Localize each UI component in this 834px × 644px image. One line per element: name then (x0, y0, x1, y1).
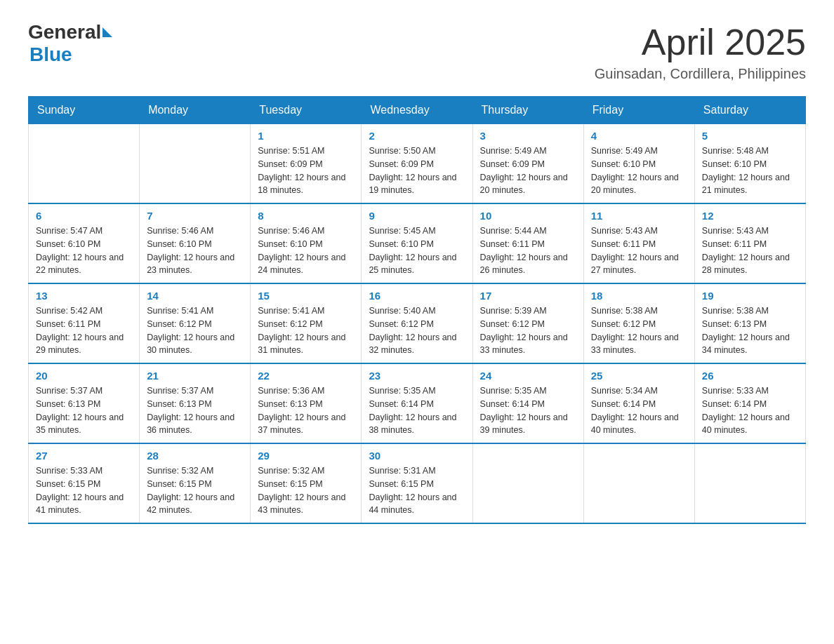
day-info: Sunrise: 5:38 AMSunset: 6:12 PMDaylight:… (591, 304, 687, 357)
day-number: 13 (36, 290, 132, 302)
day-info: Sunrise: 5:51 AMSunset: 6:09 PMDaylight:… (258, 145, 354, 197)
day-number: 8 (258, 210, 354, 222)
day-info: Sunrise: 5:31 AMSunset: 6:15 PMDaylight:… (369, 464, 465, 517)
day-number: 29 (258, 450, 354, 462)
day-info: Sunrise: 5:39 AMSunset: 6:12 PMDaylight:… (480, 304, 576, 357)
day-number: 25 (591, 370, 687, 382)
month-title: April 2025 (595, 21, 806, 63)
calendar-week-3: 13Sunrise: 5:42 AMSunset: 6:11 PMDayligh… (29, 283, 806, 363)
calendar-cell: 19Sunrise: 5:38 AMSunset: 6:13 PMDayligh… (694, 283, 805, 363)
day-info: Sunrise: 5:38 AMSunset: 6:13 PMDaylight:… (702, 304, 798, 357)
location-text: Guinsadan, Cordillera, Philippines (595, 66, 806, 82)
day-info: Sunrise: 5:45 AMSunset: 6:10 PMDaylight:… (369, 224, 465, 277)
calendar-cell: 9Sunrise: 5:45 AMSunset: 6:10 PMDaylight… (362, 203, 472, 283)
weekday-header-friday: Friday (583, 97, 694, 124)
calendar-cell: 10Sunrise: 5:44 AMSunset: 6:11 PMDayligh… (472, 203, 583, 283)
day-number: 7 (147, 210, 243, 222)
day-number: 30 (369, 450, 465, 462)
calendar-cell (694, 443, 805, 523)
day-number: 6 (36, 210, 132, 222)
title-section: April 2025 Guinsadan, Cordillera, Philip… (595, 21, 806, 82)
day-number: 23 (369, 370, 465, 382)
calendar-cell: 3Sunrise: 5:49 AMSunset: 6:09 PMDaylight… (472, 124, 583, 204)
calendar-cell: 12Sunrise: 5:43 AMSunset: 6:11 PMDayligh… (694, 203, 805, 283)
day-info: Sunrise: 5:42 AMSunset: 6:11 PMDaylight:… (36, 304, 132, 357)
day-info: Sunrise: 5:50 AMSunset: 6:09 PMDaylight:… (369, 145, 465, 197)
day-number: 28 (147, 450, 243, 462)
day-info: Sunrise: 5:34 AMSunset: 6:14 PMDaylight:… (591, 384, 687, 437)
day-info: Sunrise: 5:41 AMSunset: 6:12 PMDaylight:… (258, 304, 354, 357)
weekday-header-wednesday: Wednesday (362, 97, 472, 124)
day-number: 3 (480, 130, 576, 142)
logo-blue-text: Blue (29, 43, 72, 65)
day-number: 15 (258, 290, 354, 302)
day-number: 24 (480, 370, 576, 382)
calendar-cell (29, 124, 140, 204)
calendar-cell: 28Sunrise: 5:32 AMSunset: 6:15 PMDayligh… (140, 443, 251, 523)
day-info: Sunrise: 5:36 AMSunset: 6:13 PMDaylight:… (258, 384, 354, 437)
page-header: General Blue April 2025 Guinsadan, Cordi… (28, 21, 806, 82)
calendar-cell (472, 443, 583, 523)
calendar-week-4: 20Sunrise: 5:37 AMSunset: 6:13 PMDayligh… (29, 363, 806, 443)
weekday-header-saturday: Saturday (694, 97, 805, 124)
day-number: 14 (147, 290, 243, 302)
calendar-week-1: 1Sunrise: 5:51 AMSunset: 6:09 PMDaylight… (29, 124, 806, 204)
day-number: 5 (702, 130, 798, 142)
weekday-header-tuesday: Tuesday (251, 97, 362, 124)
day-info: Sunrise: 5:35 AMSunset: 6:14 PMDaylight:… (480, 384, 576, 437)
calendar-cell: 13Sunrise: 5:42 AMSunset: 6:11 PMDayligh… (29, 283, 140, 363)
day-number: 18 (591, 290, 687, 302)
day-number: 27 (36, 450, 132, 462)
calendar-cell: 6Sunrise: 5:47 AMSunset: 6:10 PMDaylight… (29, 203, 140, 283)
day-number: 19 (702, 290, 798, 302)
calendar-cell: 20Sunrise: 5:37 AMSunset: 6:13 PMDayligh… (29, 363, 140, 443)
day-info: Sunrise: 5:37 AMSunset: 6:13 PMDaylight:… (36, 384, 132, 437)
day-number: 2 (369, 130, 465, 142)
calendar-cell: 1Sunrise: 5:51 AMSunset: 6:09 PMDaylight… (251, 124, 362, 204)
day-number: 4 (591, 130, 687, 142)
logo-general-text: General (28, 21, 101, 43)
calendar-cell: 22Sunrise: 5:36 AMSunset: 6:13 PMDayligh… (251, 363, 362, 443)
calendar-cell: 27Sunrise: 5:33 AMSunset: 6:15 PMDayligh… (29, 443, 140, 523)
calendar-cell: 16Sunrise: 5:40 AMSunset: 6:12 PMDayligh… (362, 283, 472, 363)
day-info: Sunrise: 5:49 AMSunset: 6:09 PMDaylight:… (480, 145, 576, 197)
day-info: Sunrise: 5:43 AMSunset: 6:11 PMDaylight:… (702, 224, 798, 277)
day-info: Sunrise: 5:49 AMSunset: 6:10 PMDaylight:… (591, 145, 687, 197)
calendar-cell: 17Sunrise: 5:39 AMSunset: 6:12 PMDayligh… (472, 283, 583, 363)
day-info: Sunrise: 5:41 AMSunset: 6:12 PMDaylight:… (147, 304, 243, 357)
day-number: 10 (480, 210, 576, 222)
day-info: Sunrise: 5:44 AMSunset: 6:11 PMDaylight:… (480, 224, 576, 277)
day-info: Sunrise: 5:33 AMSunset: 6:14 PMDaylight:… (702, 384, 798, 437)
weekday-header-thursday: Thursday (472, 97, 583, 124)
day-number: 20 (36, 370, 132, 382)
calendar-cell: 24Sunrise: 5:35 AMSunset: 6:14 PMDayligh… (472, 363, 583, 443)
day-info: Sunrise: 5:35 AMSunset: 6:14 PMDaylight:… (369, 384, 465, 437)
calendar-cell: 14Sunrise: 5:41 AMSunset: 6:12 PMDayligh… (140, 283, 251, 363)
calendar-cell (140, 124, 251, 204)
day-info: Sunrise: 5:46 AMSunset: 6:10 PMDaylight:… (258, 224, 354, 277)
day-number: 12 (702, 210, 798, 222)
calendar-cell: 15Sunrise: 5:41 AMSunset: 6:12 PMDayligh… (251, 283, 362, 363)
calendar-cell: 25Sunrise: 5:34 AMSunset: 6:14 PMDayligh… (583, 363, 694, 443)
calendar-cell: 18Sunrise: 5:38 AMSunset: 6:12 PMDayligh… (583, 283, 694, 363)
calendar-cell: 21Sunrise: 5:37 AMSunset: 6:13 PMDayligh… (140, 363, 251, 443)
day-info: Sunrise: 5:43 AMSunset: 6:11 PMDaylight:… (591, 224, 687, 277)
calendar-cell: 2Sunrise: 5:50 AMSunset: 6:09 PMDaylight… (362, 124, 472, 204)
day-info: Sunrise: 5:32 AMSunset: 6:15 PMDaylight:… (258, 464, 354, 517)
day-info: Sunrise: 5:37 AMSunset: 6:13 PMDaylight:… (147, 384, 243, 437)
day-number: 17 (480, 290, 576, 302)
day-number: 26 (702, 370, 798, 382)
day-number: 22 (258, 370, 354, 382)
calendar-cell (583, 443, 694, 523)
day-number: 16 (369, 290, 465, 302)
calendar-cell: 23Sunrise: 5:35 AMSunset: 6:14 PMDayligh… (362, 363, 472, 443)
day-number: 21 (147, 370, 243, 382)
day-info: Sunrise: 5:40 AMSunset: 6:12 PMDaylight:… (369, 304, 465, 357)
day-info: Sunrise: 5:32 AMSunset: 6:15 PMDaylight:… (147, 464, 243, 517)
weekday-header-monday: Monday (140, 97, 251, 124)
day-number: 9 (369, 210, 465, 222)
logo: General Blue (28, 21, 114, 66)
day-info: Sunrise: 5:33 AMSunset: 6:15 PMDaylight:… (36, 464, 132, 517)
day-info: Sunrise: 5:47 AMSunset: 6:10 PMDaylight:… (36, 224, 132, 277)
calendar-cell: 30Sunrise: 5:31 AMSunset: 6:15 PMDayligh… (362, 443, 472, 523)
